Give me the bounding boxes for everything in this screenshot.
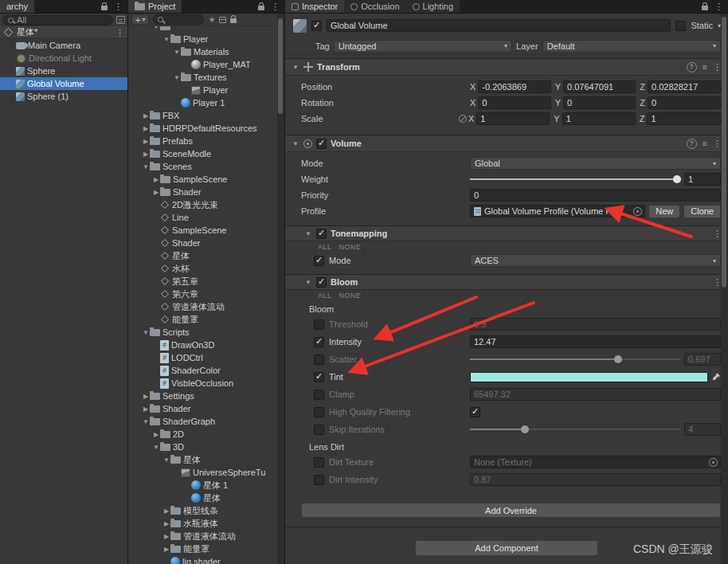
tonemapping-enabled-checkbox[interactable] [316,229,327,239]
tab-hierarchy[interactable]: archy [0,0,34,13]
override-checkbox[interactable] [314,337,324,347]
new-button[interactable]: New [648,205,680,218]
clamp-input[interactable] [470,388,721,401]
override-checkbox[interactable] [314,425,324,435]
scale-x-input[interactable] [476,112,550,125]
tab-lighting[interactable]: Lighting [406,0,460,13]
transform-header[interactable]: ▼ Transform ? ≡ ⋮ [285,58,728,76]
project-tree-item[interactable]: DrawOn3D [128,339,277,351]
hierarchy-item[interactable]: Global Volume [0,77,127,90]
volume-mode-dropdown[interactable]: Global ▾ [470,157,721,170]
bloom-header[interactable]: ▼ Bloom ⋮ [285,274,728,290]
rotation-x-input[interactable] [478,96,550,109]
project-tree-item[interactable]: LODCtrl [128,351,277,364]
position-x-input[interactable] [478,80,550,93]
help-icon[interactable]: ? [687,139,697,149]
static-checkbox[interactable] [675,21,686,31]
weight-input[interactable] [684,173,721,186]
project-tree-item[interactable]: ▶ 水瓶液体 [128,517,277,530]
project-tree-item[interactable]: 能量罩 [128,313,277,326]
override-checkbox[interactable] [314,390,324,400]
project-tree-item[interactable]: ▶ Settings [128,390,277,402]
project-tree-item[interactable]: 水杯 [128,262,277,275]
foldout-icon[interactable]: ▶ [142,151,150,158]
dirt-texture-object-field[interactable]: None (Texture) [470,456,721,468]
foldout-icon[interactable]: ▼ [162,456,170,464]
scatter-input[interactable] [684,353,721,366]
foldout-icon[interactable]: ▼ [304,230,312,237]
foldout-icon[interactable]: ▼ [292,64,299,71]
project-tree-item[interactable]: ▶ Shader [128,402,277,415]
project-tree-item[interactable]: ▶ 2D [128,428,277,441]
project-tree-item[interactable]: SampleScene [128,224,277,237]
slider-handle[interactable] [614,355,622,363]
weight-slider[interactable] [470,173,681,186]
project-tree-item[interactable]: 星体 [128,249,277,262]
project-tree-item[interactable]: ▶ FBX [128,109,277,122]
priority-input[interactable] [470,189,721,202]
project-search-input[interactable] [153,14,204,25]
project-tree-item[interactable]: ▼ 星体 [128,453,277,466]
hierarchy-item[interactable]: Directional Light [0,52,127,65]
foldout-icon[interactable]: ▼ [142,163,150,170]
gameobject-name-input[interactable] [327,19,671,32]
scene-header-row[interactable]: 星体* ⋮ [0,26,127,39]
volume-header[interactable]: ▼ Volume ? ≡ ⋮ [285,135,728,152]
all-button[interactable]: ALL [318,243,332,251]
tonemapping-mode-dropdown[interactable]: ACES ▾ [470,254,721,267]
layer-dropdown[interactable]: Default ▾ [542,40,721,53]
scrollbar-thumb[interactable] [278,18,283,114]
project-tree-item[interactable]: Player [128,84,277,96]
preset-icon[interactable]: ≡ [703,62,707,72]
help-icon[interactable]: ? [687,62,697,72]
override-checkbox[interactable] [314,319,324,330]
lock-icon[interactable] [702,6,708,10]
project-tree-item[interactable]: ▶ 模型线条 [128,504,277,517]
foldout-icon[interactable]: ▶ [162,520,170,527]
menu-icon[interactable]: ⋮ [115,29,124,37]
volume-enabled-checkbox[interactable] [316,139,327,149]
override-checkbox[interactable] [314,372,324,382]
package-visibility-icon[interactable] [219,17,226,23]
rotation-y-input[interactable] [563,96,636,109]
scatter-slider[interactable] [470,353,681,366]
project-tree-item[interactable]: ▼ Scripts [128,326,277,339]
foldout-icon[interactable]: ▼ [173,74,181,81]
project-tree-item[interactable]: ▼ Player [128,33,277,45]
project-tree-item[interactable]: UniverseSphereTu [128,466,277,479]
tonemapping-header[interactable]: ▼ Tonemapping ⋮ [285,225,728,241]
scale-z-input[interactable] [647,112,721,125]
none-button[interactable]: NONE [339,243,362,251]
tab-project[interactable]: Project [128,0,182,13]
add-component-button[interactable]: Add Component [415,540,598,556]
project-scrollbar[interactable] [277,14,284,564]
foldout-icon[interactable]: ▼ [142,418,150,425]
project-tree-item[interactable]: ShaderColor [128,364,277,377]
project-tree-item[interactable]: 星体 1 [128,479,277,492]
foldout-icon[interactable]: ▶ [152,431,160,438]
override-checkbox[interactable] [314,354,324,365]
foldout-icon[interactable]: ▼ [292,140,299,147]
menu-icon[interactable]: ⋮ [714,2,723,10]
hierarchy-item[interactable]: Main Camera [0,39,127,52]
foldout-icon[interactable]: ▼ [173,49,181,56]
lock-icon[interactable] [258,6,264,10]
menu-icon[interactable]: ⋮ [271,2,280,10]
tab-inspector[interactable]: Inspector [285,0,344,13]
project-tree-item[interactable]: ▶ 管道液体流动 [128,530,277,542]
foldout-icon[interactable]: ▼ [142,329,150,336]
menu-icon[interactable]: ⋮ [114,2,123,10]
favorite-search-icon[interactable]: ★ [208,15,215,24]
foldout-icon[interactable]: ▶ [142,125,150,132]
project-tree-item[interactable]: 2D激光光束 [128,198,277,211]
lock-icon[interactable] [230,18,237,23]
project-tree-item[interactable]: VisbleOcclusion [128,377,277,390]
project-tree-item[interactable]: Line [128,211,277,224]
all-button[interactable]: ALL [318,292,332,300]
threshold-input[interactable] [470,318,721,331]
inspector-scrollbar[interactable] [721,14,728,564]
position-z-input[interactable] [648,80,721,93]
create-asset-button[interactable]: +▾ [131,14,149,25]
eyedropper-icon[interactable] [711,372,721,382]
project-tree-item[interactable]: 第五章 [128,275,277,288]
